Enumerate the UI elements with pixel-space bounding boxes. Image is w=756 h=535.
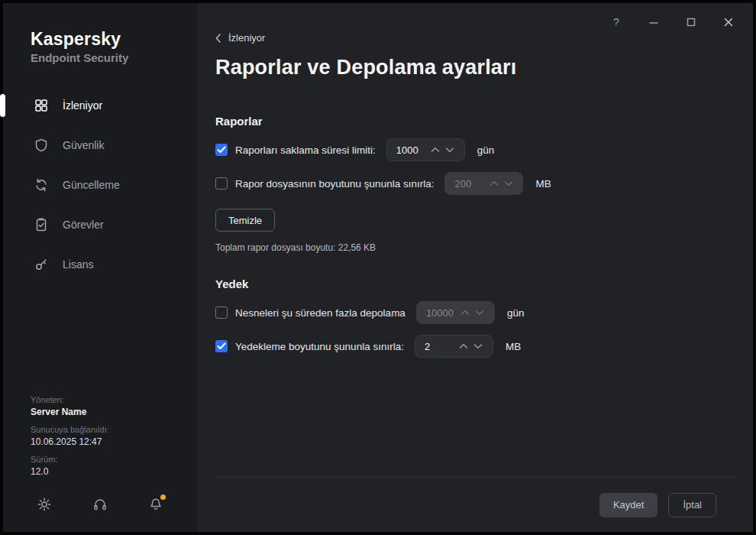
sidebar: Kaspersky Endpoint Security İzleniyor Gü… [3, 3, 197, 532]
notification-badge [160, 494, 166, 500]
brand-title: Kaspersky [31, 29, 197, 50]
sidebar-item-label: Lisans [63, 258, 93, 271]
backup-retention-input [426, 307, 458, 319]
version-value: 12.0 [31, 466, 197, 477]
monitoring-grid-icon [34, 98, 49, 113]
report-retention-row: Raporları saklama süresi limiti: gün [215, 138, 735, 161]
backup-retention-checkbox[interactable] [215, 306, 228, 319]
chevron-down-icon [501, 176, 515, 191]
report-size-limit-checkbox[interactable] [215, 177, 228, 190]
report-size-limit-spinner [444, 172, 523, 195]
breadcrumb-back[interactable]: İzleniyor [215, 32, 265, 44]
update-refresh-icon [34, 177, 49, 193]
page-title: Raporlar ve Depolama ayarları [215, 56, 735, 79]
sidebar-item-label: İzleniyor [63, 99, 102, 112]
clear-reports-button[interactable]: Temizle [215, 209, 275, 232]
chevron-up-icon [486, 176, 501, 191]
backup-retention-spinner [416, 301, 495, 324]
main-area: ? İzleniyor Raporlar ve D [197, 3, 753, 532]
report-retention-input[interactable] [396, 144, 428, 156]
backup-retention-label[interactable]: Nesneleri şu süreden fazla depolama [235, 307, 405, 319]
brand-subtitle: Endpoint Security [31, 51, 197, 64]
sidebar-item-monitoring[interactable]: İzleniyor [3, 86, 197, 125]
report-retention-checkbox[interactable] [215, 144, 228, 156]
save-button[interactable]: Kaydet [599, 493, 657, 517]
maximize-icon[interactable] [685, 16, 697, 28]
chevron-up-icon[interactable] [457, 339, 471, 354]
connected-label: Sunucuya bağlanıldı: [31, 425, 197, 434]
notifications-bell-icon[interactable] [148, 497, 163, 512]
report-retention-unit: gün [477, 144, 495, 156]
shield-icon [34, 138, 49, 153]
backup-heading: Yedek [215, 277, 735, 290]
app-window: Kaspersky Endpoint Security İzleniyor Gü… [3, 3, 753, 532]
sidebar-item-label: Güncelleme [63, 179, 120, 191]
chevron-down-icon[interactable] [443, 142, 457, 157]
backup-retention-row: Nesneleri şu süreden fazla depolama gün [215, 301, 735, 324]
backup-size-limit-label[interactable]: Yedekleme boyutunu şununla sınırla: [235, 341, 404, 352]
sidebar-item-tasks[interactable]: Görevler [3, 205, 197, 245]
report-retention-spinner [386, 138, 465, 161]
close-icon[interactable] [722, 16, 735, 28]
managed-by-label: Yöneten: [31, 395, 197, 404]
chevron-down-icon[interactable] [471, 339, 486, 354]
server-info: Yöneten: Server Name Sunucuya bağlanıldı… [3, 387, 197, 477]
sidebar-item-label: Görevler [63, 219, 104, 231]
backup-size-limit-checkbox[interactable] [215, 340, 228, 352]
tasks-clipboard-icon [34, 217, 49, 232]
settings-gear-icon[interactable] [37, 497, 52, 512]
sidebar-nav: İzleniyor Güvenlik Güncelleme [3, 86, 197, 284]
sidebar-footer-icons [3, 497, 197, 512]
report-size-limit-row: Rapor dosyasının boyutunu şununla sınırl… [215, 172, 735, 195]
reports-heading: Raporlar [215, 115, 735, 128]
connected-value: 10.06.2025 12:47 [31, 436, 197, 447]
brand: Kaspersky Endpoint Security [3, 3, 197, 64]
sidebar-item-security[interactable]: Güvenlik [3, 125, 197, 165]
chevron-down-icon [473, 305, 487, 320]
titlebar: ? [197, 3, 753, 31]
settings-content: İzleniyor Raporlar ve Depolama ayarları … [197, 31, 753, 532]
backup-size-limit-spinner [415, 335, 493, 358]
report-retention-label[interactable]: Raporları saklama süresi limiti: [235, 144, 376, 156]
breadcrumb-label: İzleniyor [228, 32, 265, 44]
window-frame: Kaspersky Endpoint Security İzleniyor Gü… [0, 0, 756, 535]
backup-size-limit-row: Yedekleme boyutunu şununla sınırla: MB [215, 335, 735, 358]
cancel-button[interactable]: İptal [668, 493, 716, 517]
help-icon[interactable]: ? [610, 16, 622, 28]
report-size-limit-unit: MB [535, 178, 551, 190]
backup-retention-unit: gün [507, 307, 525, 319]
report-size-limit-label[interactable]: Rapor dosyasının boyutunu şununla sınırl… [235, 178, 434, 190]
chevron-up-icon[interactable] [428, 142, 443, 157]
backup-size-limit-input[interactable] [425, 341, 457, 352]
total-report-size: Toplam rapor dosyası boyutu: 22,56 KB [215, 242, 735, 253]
sidebar-item-license[interactable]: Lisans [3, 245, 197, 284]
footer-actions: Kaydet İptal [215, 477, 735, 532]
sidebar-item-label: Güvenlik [63, 139, 104, 151]
minimize-icon[interactable] [648, 16, 660, 28]
license-key-icon [34, 257, 49, 272]
backup-size-limit-unit: MB [506, 341, 521, 352]
sidebar-item-update[interactable]: Güncelleme [3, 165, 197, 205]
chevron-left-icon [215, 34, 221, 43]
support-headset-icon[interactable] [92, 497, 108, 512]
chevron-up-icon [458, 305, 473, 320]
version-label: Sürüm: [31, 455, 197, 464]
managed-by-value: Server Name [31, 407, 197, 417]
active-indicator [0, 94, 5, 117]
report-size-limit-input [454, 178, 486, 190]
